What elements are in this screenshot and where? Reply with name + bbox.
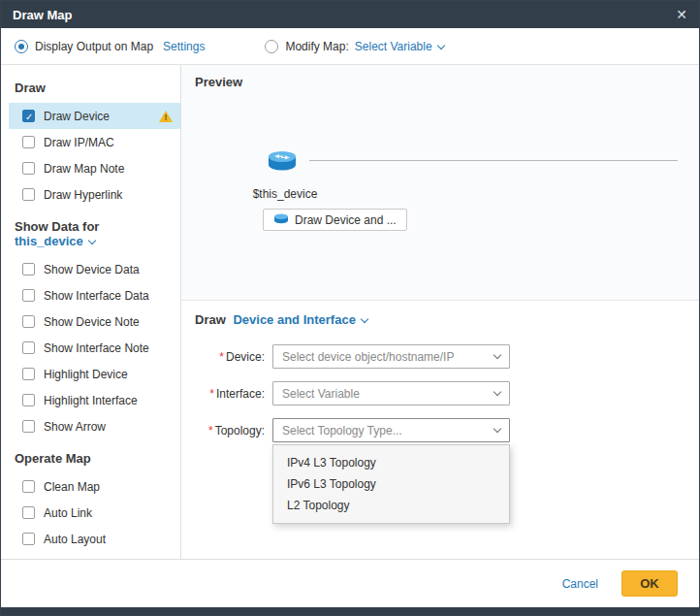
show-data-section-header: Show Data for this_device — [1, 208, 180, 256]
required-marker: * — [219, 350, 224, 364]
sidebar-item-label: Auto Layout — [44, 533, 106, 546]
sidebar-item-label: Draw Hyperlink — [44, 188, 122, 202]
device-field-row: *Device: Select device object/hostname/I… — [195, 344, 699, 369]
device-select[interactable]: Select device object/hostname/IP — [272, 344, 510, 369]
sidebar-item-show-interface-note[interactable]: Show Interface Note — [9, 335, 180, 361]
checkbox-icon[interactable] — [22, 263, 35, 276]
checkbox-icon[interactable] — [22, 341, 35, 354]
chevron-down-icon — [436, 41, 444, 49]
sidebar-item-draw-ip-mac[interactable]: Draw IP/MAC — [9, 129, 180, 155]
device-field-label: *Device: — [195, 350, 265, 364]
window-bottom-edge — [1, 607, 699, 615]
checkbox-icon[interactable] — [22, 289, 35, 302]
draw-map-dialog: Draw Map ✕ Display Output on Map Setting… — [0, 0, 700, 616]
device-select-value: Select device object/hostname/IP — [282, 350, 454, 364]
draw-device-preview-button[interactable]: Draw Device and ... — [263, 209, 407, 231]
sidebar-item-draw-device[interactable]: Draw Device — [9, 103, 180, 129]
warning-icon — [159, 111, 173, 122]
checkbox-icon[interactable] — [22, 315, 35, 328]
sidebar-item-show-arrow[interactable]: Show Arrow — [9, 413, 180, 439]
chevron-down-icon — [493, 351, 501, 359]
draw-form-title: Draw Device and Interface — [195, 312, 699, 327]
radio-display-output-on-map[interactable]: Display Output on Map — [15, 40, 153, 53]
checkbox-checked-icon[interactable] — [22, 110, 35, 122]
checkbox-icon[interactable] — [22, 368, 35, 380]
checkbox-icon[interactable] — [22, 394, 35, 406]
checkbox-icon[interactable] — [22, 136, 35, 148]
sidebar-item-label: Highlight Device — [44, 368, 128, 381]
main-panel: Preview $this_device — [181, 65, 699, 559]
interface-select-value: Select Variable — [282, 387, 360, 401]
sidebar-item-highlight-interface[interactable]: Highlight Interface — [9, 387, 180, 413]
sidebar-item-highlight-device[interactable]: Highlight Device — [9, 361, 180, 387]
chevron-down-icon — [88, 237, 96, 244]
radio-display-output-label: Display Output on Map — [35, 40, 153, 53]
dialog-body: Draw Draw Device Draw IP/MAC Draw Map No… — [1, 65, 699, 559]
sidebar-item-label: Auto Link — [44, 506, 92, 520]
checkbox-icon[interactable] — [22, 480, 35, 493]
checkbox-icon[interactable] — [22, 188, 35, 201]
this-device-variable-select[interactable]: this_device — [15, 234, 95, 248]
sidebar-item-label: Draw Map Note — [44, 162, 124, 176]
interface-select[interactable]: Select Variable — [272, 381, 510, 405]
cancel-button[interactable]: Cancel — [562, 577, 598, 591]
radio-selected-icon — [15, 40, 28, 53]
sidebar-item-label: Draw IP/MAC — [44, 136, 114, 149]
dialog-title: Draw Map — [13, 8, 72, 22]
interface-field-label: *Interface: — [195, 387, 265, 401]
sidebar-item-label: Show Device Note — [44, 315, 140, 329]
sidebar-item-draw-map-note[interactable]: Draw Map Note — [9, 155, 180, 181]
checkbox-icon[interactable] — [22, 162, 35, 175]
chevron-down-icon — [493, 388, 501, 396]
options-sidebar: Draw Draw Device Draw IP/MAC Draw Map No… — [1, 65, 181, 559]
modify-map-variable-select[interactable]: Select Variable — [355, 40, 444, 53]
required-marker: * — [209, 387, 214, 401]
dialog-titlebar: Draw Map ✕ — [1, 1, 699, 28]
radio-unselected-icon — [265, 40, 278, 53]
dropdown-option-l2[interactable]: L2 Topology — [273, 495, 509, 516]
chevron-down-icon — [361, 315, 368, 323]
sidebar-item-label: Draw Device — [44, 110, 110, 123]
checkbox-icon[interactable] — [22, 533, 35, 545]
router-device-icon — [267, 148, 298, 176]
chevron-down-icon — [493, 425, 501, 433]
link-line — [309, 160, 678, 161]
sidebar-item-auto-layout[interactable]: Auto Layout — [9, 526, 180, 552]
required-marker: * — [208, 424, 213, 438]
checkbox-icon[interactable] — [22, 506, 35, 519]
radio-modify-map[interactable]: Modify Map: — [265, 40, 348, 53]
draw-device-preview-button-label: Draw Device and ... — [295, 213, 397, 227]
device-and-interface-select[interactable]: Device and Interface — [233, 312, 366, 327]
preview-panel: Preview $this_device — [181, 65, 699, 301]
dropdown-option-ipv6-l3[interactable]: IPv6 L3 Topology — [273, 473, 509, 495]
draw-section-header: Draw — [1, 69, 180, 103]
interface-field-row: *Interface: Select Variable — [195, 381, 699, 405]
dropdown-option-ipv4-l3[interactable]: IPv4 L3 Topology — [273, 452, 509, 473]
device-icon — [273, 212, 289, 227]
sidebar-item-clean-map[interactable]: Clean Map — [9, 473, 180, 500]
sidebar-item-draw-hyperlink[interactable]: Draw Hyperlink — [9, 181, 180, 208]
sidebar-item-auto-link[interactable]: Auto Link — [9, 500, 180, 526]
topology-dropdown-list: IPv4 L3 Topology IPv6 L3 Topology L2 Top… — [272, 444, 510, 524]
topology-select-value: Select Topology Type... — [282, 424, 402, 438]
draw-form-section: Draw Device and Interface *Device: Selec… — [181, 301, 699, 559]
topology-field-label: *Topology: — [195, 424, 265, 438]
mode-toolbar: Display Output on Map Settings Modify Ma… — [1, 28, 699, 65]
checkbox-icon[interactable] — [22, 420, 35, 433]
sidebar-item-label: Highlight Interface — [44, 394, 138, 407]
preview-title: Preview — [195, 75, 242, 89]
sidebar-item-show-device-note[interactable]: Show Device Note — [9, 308, 180, 335]
ok-button[interactable]: OK — [621, 570, 678, 597]
sidebar-item-label: Clean Map — [44, 480, 100, 494]
topology-select[interactable]: Select Topology Type... — [272, 418, 510, 442]
close-icon[interactable]: ✕ — [676, 7, 687, 22]
topology-field-row: *Topology: Select Topology Type... — [195, 418, 699, 442]
sidebar-item-show-device-data[interactable]: Show Device Data — [9, 256, 180, 282]
sidebar-item-label: Show Arrow — [44, 420, 106, 434]
radio-modify-map-label: Modify Map: — [285, 40, 348, 53]
settings-link[interactable]: Settings — [163, 40, 205, 53]
sidebar-item-label: Show Device Data — [44, 263, 140, 276]
sidebar-item-label: Show Interface Data — [44, 289, 149, 303]
sidebar-item-show-interface-data[interactable]: Show Interface Data — [9, 282, 180, 308]
device-variable-label: $this_device — [232, 187, 338, 201]
